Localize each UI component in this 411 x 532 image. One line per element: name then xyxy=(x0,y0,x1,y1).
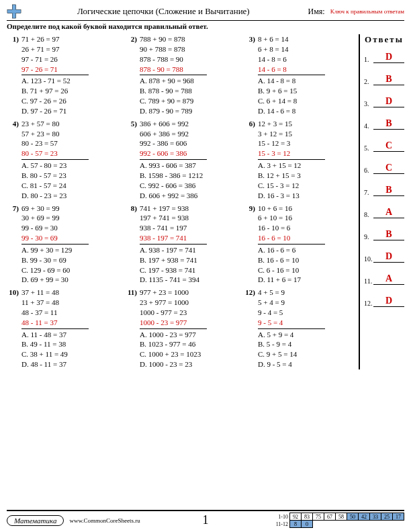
problem-line: 16 - 10 = 6 xyxy=(258,223,325,233)
page-title: Логические цепочки (Сложение и Вычитание… xyxy=(26,6,302,17)
option-line: D. 97 - 26 = 71 xyxy=(21,106,89,116)
problem-number: 6) xyxy=(243,119,258,129)
option-line: B. 9 + 6 = 15 xyxy=(258,86,325,96)
option-line: C. 197 - 938 = 741 xyxy=(140,265,207,275)
option-line: D. 69 + 99 = 30 xyxy=(21,275,89,285)
option-line: A. 123 - 71 = 52 xyxy=(21,76,89,86)
subject-box: Математика xyxy=(7,515,64,526)
problem-answer-line: 48 - 11 = 37 xyxy=(21,318,89,328)
divider xyxy=(258,244,325,245)
option-line: A. 14 - 8 = 8 xyxy=(258,76,325,86)
option-line: D. 11 + 6 = 17 xyxy=(258,275,325,285)
problem-line: 386 + 606 = 992 xyxy=(140,119,207,129)
score-cell: 25 xyxy=(381,513,393,521)
option-line: D. 1135 - 741 = 394 xyxy=(140,275,207,285)
problem-answer-line: 1000 - 23 = 977 xyxy=(140,318,207,328)
name-label: Имя: xyxy=(308,7,325,17)
divider xyxy=(140,328,207,329)
problem-line: 97 - 71 = 26 xyxy=(21,54,89,64)
problem-line: 11 + 37 = 48 xyxy=(21,298,89,308)
answer-number: 7. xyxy=(364,189,373,196)
score-cell: 67 xyxy=(324,513,336,521)
option-line: A. 938 - 197 = 741 xyxy=(140,245,207,255)
option-line: C. 38 + 11 = 49 xyxy=(21,349,89,359)
problem-answer-line: 16 - 6 = 10 xyxy=(258,233,325,243)
problem-12: 12)4 + 5 = 95 + 4 = 99 - 4 = 59 - 5 = 4A… xyxy=(243,287,355,369)
divider xyxy=(21,75,89,75)
problem-answer-line: 9 - 5 = 4 xyxy=(258,318,325,328)
option-line: A. 16 - 6 = 6 xyxy=(258,245,325,255)
problem-line: 15 - 12 = 3 xyxy=(258,138,325,148)
answer-value: D xyxy=(373,96,404,107)
option-line: B. 1023 - 977 = 46 xyxy=(140,339,207,349)
option-line: A. 993 - 606 = 387 xyxy=(140,161,207,171)
problem-answer-line: 938 - 197 = 741 xyxy=(140,233,207,243)
option-line: C. 97 - 26 = 26 xyxy=(21,96,89,106)
option-line: A. 57 - 80 = 23 xyxy=(21,161,89,171)
answer-number: 6. xyxy=(364,167,373,174)
option-line: B. 71 + 97 = 26 xyxy=(21,86,89,96)
option-line: B. 1598 - 386 = 1212 xyxy=(140,171,207,181)
answer-number: 4. xyxy=(364,122,373,130)
problem-5: 5)386 + 606 = 992606 + 386 = 992992 - 38… xyxy=(125,119,236,201)
option-line: A. 878 + 90 = 968 xyxy=(140,76,207,86)
problem-answer-line: 992 - 606 = 386 xyxy=(140,148,207,159)
problem-line: 99 - 69 = 30 xyxy=(21,223,89,233)
problem-line: 197 + 741 = 938 xyxy=(140,213,207,223)
problem-answer-line: 14 - 6 = 8 xyxy=(258,64,325,75)
problem-number: 3) xyxy=(243,34,258,44)
answer-value: C xyxy=(373,163,404,174)
answer-value: A xyxy=(373,273,404,285)
answer-number: 3. xyxy=(364,100,373,107)
problem-line: 30 + 69 = 99 xyxy=(21,213,89,223)
answer-row: 4.B xyxy=(364,118,404,130)
option-line: D. 9 - 5 = 4 xyxy=(258,359,325,369)
score-cell: 8 xyxy=(290,521,302,528)
score-row-label: 1-10 xyxy=(273,513,290,521)
option-line: B. 197 + 938 = 741 xyxy=(140,255,207,265)
option-line: B. 99 - 30 = 69 xyxy=(21,255,89,265)
option-line: B. 16 - 6 = 10 xyxy=(258,255,325,265)
answer-number: 11. xyxy=(364,277,373,285)
problem-number: 1) xyxy=(7,34,21,44)
option-line: C. 6 - 16 = 10 xyxy=(258,265,325,275)
answers-title: Ответы xyxy=(364,34,404,45)
score-cell: 75 xyxy=(313,513,324,521)
divider xyxy=(258,75,325,75)
answer-value: A xyxy=(373,207,404,218)
problem-2: 2)788 + 90 = 87890 + 788 = 878878 - 788 … xyxy=(125,34,236,116)
score-cell: 58 xyxy=(336,513,347,521)
problem-7: 7)69 + 30 = 9930 + 69 = 9999 - 69 = 3099… xyxy=(7,204,118,285)
problem-number: 12) xyxy=(243,287,258,298)
problem-line: 12 + 3 = 15 xyxy=(258,119,325,129)
problem-line: 6 + 10 = 16 xyxy=(258,213,325,223)
option-line: C. 9 + 5 = 14 xyxy=(258,349,325,359)
answer-row: 1.D xyxy=(364,52,404,63)
answer-number: 9. xyxy=(364,233,373,240)
problem-line: 6 + 8 = 14 xyxy=(258,44,325,54)
problem-answer-line: 97 - 26 = 71 xyxy=(21,64,89,75)
answer-row: 11.A xyxy=(364,273,404,285)
divider xyxy=(21,244,89,245)
option-line: B. 878 - 90 = 788 xyxy=(140,86,207,96)
site-url: www.CommonCoreSheets.ru xyxy=(69,517,140,524)
problem-number: 9) xyxy=(243,204,258,214)
problem-number: 11) xyxy=(125,287,140,298)
problem-11: 11)977 + 23 = 100023 + 977 = 10001000 - … xyxy=(125,287,236,369)
problem-4: 4)23 + 57 = 8057 + 23 = 8080 - 23 = 5780… xyxy=(7,119,118,201)
option-line: B. 80 - 57 = 23 xyxy=(21,171,89,181)
problem-answer-line: 99 - 30 = 69 xyxy=(21,233,89,243)
option-line: C. 789 + 90 = 879 xyxy=(140,96,207,106)
problem-number: 8) xyxy=(125,204,140,214)
problem-1: 1)71 + 26 = 9726 + 71 = 9797 - 71 = 2697… xyxy=(7,34,118,116)
problem-line: 48 - 37 = 11 xyxy=(21,308,89,318)
problem-line: 23 + 57 = 80 xyxy=(21,119,89,129)
problem-line: 741 + 197 = 938 xyxy=(140,204,207,214)
problem-line: 10 + 6 = 16 xyxy=(258,204,325,214)
header: Логические цепочки (Сложение и Вычитание… xyxy=(7,4,404,21)
answer-row: 9.B xyxy=(364,229,404,240)
answer-value: D xyxy=(373,251,404,263)
problem-answer-line: 80 - 57 = 23 xyxy=(21,148,89,159)
problem-line: 80 - 23 = 57 xyxy=(21,138,89,148)
problems-grid: 1)71 + 26 = 9726 + 71 = 9797 - 71 = 2697… xyxy=(7,34,359,369)
